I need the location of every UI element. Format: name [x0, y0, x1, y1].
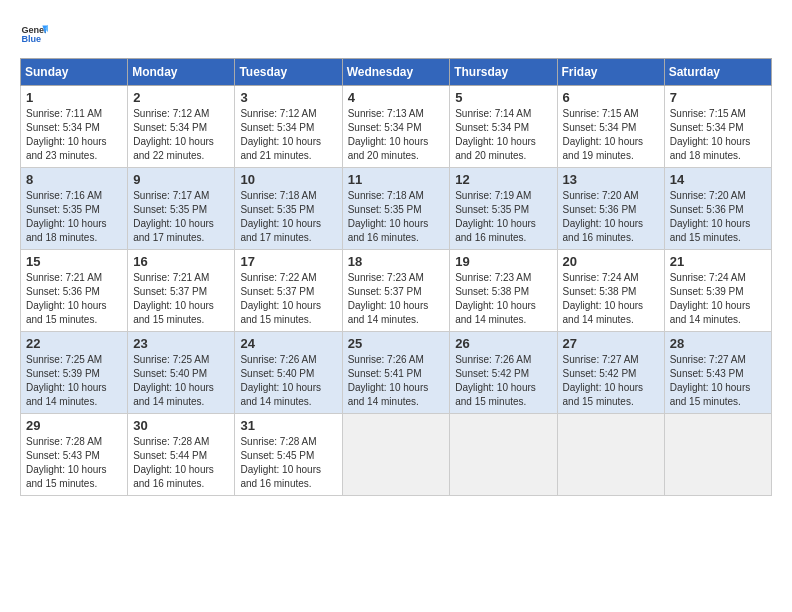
- day-info: Sunrise: 7:20 AMSunset: 5:36 PMDaylight:…: [563, 189, 659, 245]
- day-number: 18: [348, 254, 445, 269]
- day-cell: [664, 414, 771, 496]
- day-cell: 31Sunrise: 7:28 AMSunset: 5:45 PMDayligh…: [235, 414, 342, 496]
- logo: General Blue: [20, 20, 52, 48]
- day-number: 14: [670, 172, 766, 187]
- day-info: Sunrise: 7:27 AMSunset: 5:43 PMDaylight:…: [670, 353, 766, 409]
- day-number: 24: [240, 336, 336, 351]
- day-info: Sunrise: 7:13 AMSunset: 5:34 PMDaylight:…: [348, 107, 445, 163]
- day-header-monday: Monday: [128, 59, 235, 86]
- day-info: Sunrise: 7:21 AMSunset: 5:36 PMDaylight:…: [26, 271, 122, 327]
- day-number: 26: [455, 336, 551, 351]
- day-cell: 15Sunrise: 7:21 AMSunset: 5:36 PMDayligh…: [21, 250, 128, 332]
- day-cell: 4Sunrise: 7:13 AMSunset: 5:34 PMDaylight…: [342, 86, 450, 168]
- week-row-1: 1Sunrise: 7:11 AMSunset: 5:34 PMDaylight…: [21, 86, 772, 168]
- day-cell: 25Sunrise: 7:26 AMSunset: 5:41 PMDayligh…: [342, 332, 450, 414]
- day-number: 29: [26, 418, 122, 433]
- header: General Blue: [20, 20, 772, 48]
- day-header-friday: Friday: [557, 59, 664, 86]
- day-cell: 8Sunrise: 7:16 AMSunset: 5:35 PMDaylight…: [21, 168, 128, 250]
- day-cell: 17Sunrise: 7:22 AMSunset: 5:37 PMDayligh…: [235, 250, 342, 332]
- day-cell: 12Sunrise: 7:19 AMSunset: 5:35 PMDayligh…: [450, 168, 557, 250]
- week-row-5: 29Sunrise: 7:28 AMSunset: 5:43 PMDayligh…: [21, 414, 772, 496]
- logo-icon: General Blue: [20, 20, 48, 48]
- day-number: 31: [240, 418, 336, 433]
- day-number: 13: [563, 172, 659, 187]
- day-header-tuesday: Tuesday: [235, 59, 342, 86]
- day-info: Sunrise: 7:25 AMSunset: 5:40 PMDaylight:…: [133, 353, 229, 409]
- day-cell: 21Sunrise: 7:24 AMSunset: 5:39 PMDayligh…: [664, 250, 771, 332]
- day-info: Sunrise: 7:14 AMSunset: 5:34 PMDaylight:…: [455, 107, 551, 163]
- day-cell: [450, 414, 557, 496]
- day-cell: [342, 414, 450, 496]
- calendar: SundayMondayTuesdayWednesdayThursdayFrid…: [20, 58, 772, 496]
- day-cell: 13Sunrise: 7:20 AMSunset: 5:36 PMDayligh…: [557, 168, 664, 250]
- day-header-thursday: Thursday: [450, 59, 557, 86]
- day-cell: 10Sunrise: 7:18 AMSunset: 5:35 PMDayligh…: [235, 168, 342, 250]
- day-cell: 16Sunrise: 7:21 AMSunset: 5:37 PMDayligh…: [128, 250, 235, 332]
- day-info: Sunrise: 7:12 AMSunset: 5:34 PMDaylight:…: [133, 107, 229, 163]
- day-info: Sunrise: 7:24 AMSunset: 5:38 PMDaylight:…: [563, 271, 659, 327]
- day-number: 11: [348, 172, 445, 187]
- day-info: Sunrise: 7:16 AMSunset: 5:35 PMDaylight:…: [26, 189, 122, 245]
- day-number: 22: [26, 336, 122, 351]
- week-row-3: 15Sunrise: 7:21 AMSunset: 5:36 PMDayligh…: [21, 250, 772, 332]
- day-cell: 29Sunrise: 7:28 AMSunset: 5:43 PMDayligh…: [21, 414, 128, 496]
- day-info: Sunrise: 7:18 AMSunset: 5:35 PMDaylight:…: [240, 189, 336, 245]
- day-header-wednesday: Wednesday: [342, 59, 450, 86]
- day-cell: 27Sunrise: 7:27 AMSunset: 5:42 PMDayligh…: [557, 332, 664, 414]
- day-info: Sunrise: 7:28 AMSunset: 5:43 PMDaylight:…: [26, 435, 122, 491]
- day-info: Sunrise: 7:23 AMSunset: 5:37 PMDaylight:…: [348, 271, 445, 327]
- day-number: 12: [455, 172, 551, 187]
- day-number: 16: [133, 254, 229, 269]
- day-info: Sunrise: 7:27 AMSunset: 5:42 PMDaylight:…: [563, 353, 659, 409]
- day-info: Sunrise: 7:25 AMSunset: 5:39 PMDaylight:…: [26, 353, 122, 409]
- day-info: Sunrise: 7:17 AMSunset: 5:35 PMDaylight:…: [133, 189, 229, 245]
- day-info: Sunrise: 7:15 AMSunset: 5:34 PMDaylight:…: [563, 107, 659, 163]
- day-number: 4: [348, 90, 445, 105]
- day-number: 1: [26, 90, 122, 105]
- calendar-header: SundayMondayTuesdayWednesdayThursdayFrid…: [21, 59, 772, 86]
- day-number: 9: [133, 172, 229, 187]
- day-cell: [557, 414, 664, 496]
- day-cell: 7Sunrise: 7:15 AMSunset: 5:34 PMDaylight…: [664, 86, 771, 168]
- day-cell: 11Sunrise: 7:18 AMSunset: 5:35 PMDayligh…: [342, 168, 450, 250]
- day-cell: 14Sunrise: 7:20 AMSunset: 5:36 PMDayligh…: [664, 168, 771, 250]
- day-header-sunday: Sunday: [21, 59, 128, 86]
- day-number: 27: [563, 336, 659, 351]
- day-number: 23: [133, 336, 229, 351]
- day-cell: 23Sunrise: 7:25 AMSunset: 5:40 PMDayligh…: [128, 332, 235, 414]
- day-number: 3: [240, 90, 336, 105]
- day-info: Sunrise: 7:28 AMSunset: 5:44 PMDaylight:…: [133, 435, 229, 491]
- day-number: 2: [133, 90, 229, 105]
- day-number: 25: [348, 336, 445, 351]
- day-cell: 18Sunrise: 7:23 AMSunset: 5:37 PMDayligh…: [342, 250, 450, 332]
- day-number: 8: [26, 172, 122, 187]
- day-cell: 1Sunrise: 7:11 AMSunset: 5:34 PMDaylight…: [21, 86, 128, 168]
- day-info: Sunrise: 7:21 AMSunset: 5:37 PMDaylight:…: [133, 271, 229, 327]
- day-number: 5: [455, 90, 551, 105]
- day-header-saturday: Saturday: [664, 59, 771, 86]
- day-number: 19: [455, 254, 551, 269]
- week-row-2: 8Sunrise: 7:16 AMSunset: 5:35 PMDaylight…: [21, 168, 772, 250]
- day-cell: 3Sunrise: 7:12 AMSunset: 5:34 PMDaylight…: [235, 86, 342, 168]
- day-number: 10: [240, 172, 336, 187]
- day-info: Sunrise: 7:12 AMSunset: 5:34 PMDaylight:…: [240, 107, 336, 163]
- day-cell: 24Sunrise: 7:26 AMSunset: 5:40 PMDayligh…: [235, 332, 342, 414]
- day-info: Sunrise: 7:26 AMSunset: 5:42 PMDaylight:…: [455, 353, 551, 409]
- svg-text:Blue: Blue: [21, 34, 41, 44]
- day-number: 21: [670, 254, 766, 269]
- day-info: Sunrise: 7:23 AMSunset: 5:38 PMDaylight:…: [455, 271, 551, 327]
- day-info: Sunrise: 7:19 AMSunset: 5:35 PMDaylight:…: [455, 189, 551, 245]
- week-row-4: 22Sunrise: 7:25 AMSunset: 5:39 PMDayligh…: [21, 332, 772, 414]
- day-cell: 19Sunrise: 7:23 AMSunset: 5:38 PMDayligh…: [450, 250, 557, 332]
- day-number: 6: [563, 90, 659, 105]
- day-info: Sunrise: 7:18 AMSunset: 5:35 PMDaylight:…: [348, 189, 445, 245]
- day-cell: 20Sunrise: 7:24 AMSunset: 5:38 PMDayligh…: [557, 250, 664, 332]
- day-info: Sunrise: 7:24 AMSunset: 5:39 PMDaylight:…: [670, 271, 766, 327]
- day-info: Sunrise: 7:28 AMSunset: 5:45 PMDaylight:…: [240, 435, 336, 491]
- day-number: 7: [670, 90, 766, 105]
- day-number: 30: [133, 418, 229, 433]
- day-cell: 9Sunrise: 7:17 AMSunset: 5:35 PMDaylight…: [128, 168, 235, 250]
- day-info: Sunrise: 7:15 AMSunset: 5:34 PMDaylight:…: [670, 107, 766, 163]
- day-cell: 28Sunrise: 7:27 AMSunset: 5:43 PMDayligh…: [664, 332, 771, 414]
